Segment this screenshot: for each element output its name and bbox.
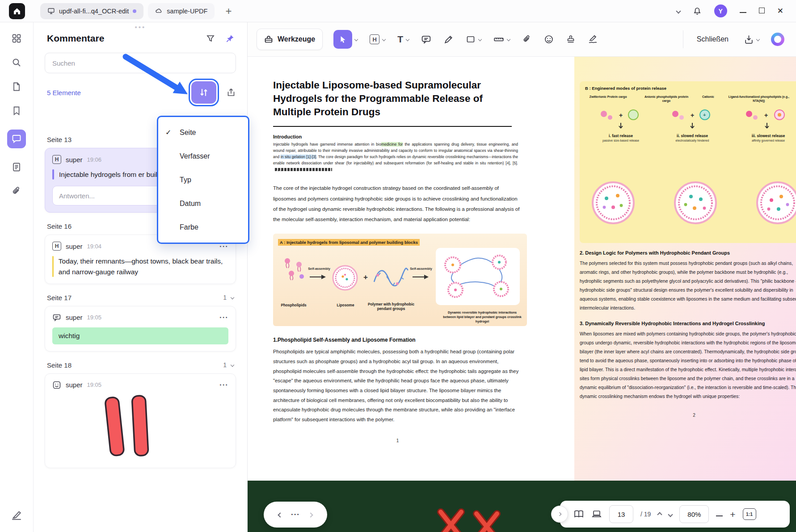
menu-item-sort-by-author[interactable]: Verfasser <box>158 144 248 168</box>
filter-funnel-icon <box>206 34 215 43</box>
panel-title: Kommentare <box>47 33 104 44</box>
close-icon: ✕ <box>777 7 783 15</box>
chevron-down-icon <box>382 38 386 41</box>
chevron-right-icon <box>558 512 561 516</box>
phospholipids-label: Phospholipids <box>277 303 311 307</box>
tab-document-2[interactable]: sample-UPDF <box>148 3 215 19</box>
minimize-icon <box>740 12 746 13</box>
zoom-in-button[interactable]: + <box>730 510 735 519</box>
menu-item-label: Farbe <box>180 223 198 231</box>
notifications-button[interactable] <box>693 7 702 16</box>
panel-drag-handle[interactable]: ••• <box>34 24 247 30</box>
titlebar: updf-all-fi...q4_OCR-edit sample-UPDF + … <box>0 0 796 22</box>
intro-paragraph: Injectable hydrogels have garnered immen… <box>273 142 518 173</box>
ai-assistant-icon[interactable] <box>771 33 784 46</box>
two-page-view-button[interactable] <box>573 509 584 519</box>
pin-panel-button[interactable] <box>226 34 235 43</box>
new-tab-button[interactable]: + <box>222 4 235 18</box>
paperclip-icon <box>522 34 532 44</box>
prev-page-button[interactable] <box>278 511 282 518</box>
measure-tool[interactable] <box>493 34 510 45</box>
menu-item-sort-by-color[interactable]: Farbe <box>158 215 248 239</box>
zoom-level-input[interactable] <box>679 505 709 523</box>
collapse-chevron-icon[interactable] <box>231 363 234 367</box>
close-window-button[interactable]: ✕ <box>777 7 783 15</box>
plus-sign: + <box>363 273 368 282</box>
menu-item-label: Datum <box>180 200 201 208</box>
sticker-type-icon <box>52 381 61 390</box>
sidebar-item-pages[interactable] <box>11 81 22 92</box>
sidebar-item-search[interactable] <box>11 57 22 68</box>
more-pages-button[interactable]: ··· <box>291 510 300 519</box>
main-area: Werkzeuge H T <box>248 22 796 532</box>
figure-b: B : Engineered modes of protein release … <box>580 81 796 243</box>
comment-menu-button[interactable]: ··· <box>219 314 228 321</box>
sticker-tool[interactable] <box>544 34 554 44</box>
section2-text: The polymers selected for this system mu… <box>580 259 796 313</box>
comment-note-highlight: wichtig <box>52 327 228 344</box>
liposome-illustration <box>751 176 796 230</box>
next-page-button[interactable] <box>309 511 312 518</box>
select-tool-chevron-icon[interactable] <box>354 38 358 41</box>
user-avatar[interactable]: Y <box>714 4 727 17</box>
attach-tool[interactable] <box>522 34 532 44</box>
text-tool[interactable]: T <box>397 34 409 45</box>
chevron-down-icon <box>756 38 760 41</box>
page-number-input[interactable] <box>609 505 633 523</box>
minimize-button[interactable] <box>740 8 746 14</box>
sidebar-item-ink-signature[interactable] <box>11 509 22 520</box>
sidebar-item-attachments[interactable] <box>11 186 22 197</box>
text-icon: T <box>397 34 403 45</box>
tab-document-1[interactable]: updf-all-fi...q4_OCR-edit <box>40 3 143 19</box>
actual-size-button[interactable]: 1:1 <box>743 508 756 520</box>
search-input[interactable] <box>45 53 236 73</box>
menu-item-label: Seite <box>180 129 196 137</box>
comment-time: 19:05 <box>87 314 102 321</box>
sort-button[interactable] <box>191 81 216 104</box>
pen-tool[interactable] <box>443 34 454 45</box>
presentation-mode-button[interactable] <box>591 509 602 519</box>
sidebar-item-notes[interactable] <box>11 162 22 172</box>
figure-b-col-header: Cationic <box>695 95 721 103</box>
comment-card[interactable]: super 19:05 ··· <box>45 373 236 468</box>
stamp-tool[interactable] <box>566 34 576 44</box>
comment-card[interactable]: super 19:05 ··· wichtig <box>45 306 236 352</box>
home-button[interactable] <box>9 3 25 19</box>
red-cross-stickers <box>435 508 507 532</box>
search-icon <box>11 57 22 68</box>
close-editor-button[interactable]: Schließen <box>683 30 729 48</box>
scroll-up-button[interactable] <box>658 511 661 518</box>
page-group-header[interactable]: Seite 18 1 <box>45 357 236 372</box>
maximize-button[interactable] <box>759 8 765 15</box>
menu-item-sort-by-date[interactable]: Datum <box>158 192 248 215</box>
chevron-down-icon <box>507 38 510 41</box>
titlebar-collapse-button[interactable] <box>677 8 680 14</box>
sidebar-item-bookmarks[interactable] <box>11 105 22 116</box>
green-highlight: medicine for <box>381 142 403 147</box>
menu-item-sort-by-page[interactable]: ✓ Seite <box>158 121 248 144</box>
blue-highlight: in situ gelation [1]-[3] <box>281 155 316 159</box>
comment-menu-button[interactable]: ··· <box>219 381 228 389</box>
page-group-header[interactable]: Seite 17 1 <box>45 289 236 304</box>
zoom-out-button[interactable] <box>716 511 723 518</box>
collapse-chevron-icon[interactable] <box>231 296 234 299</box>
menu-item-sort-by-type[interactable]: Typ <box>158 168 248 192</box>
signature-tool[interactable] <box>588 34 598 45</box>
filter-button[interactable] <box>206 34 215 43</box>
pen-icon <box>443 34 454 45</box>
select-tool-active[interactable] <box>333 30 352 49</box>
highlight-tool[interactable]: H <box>370 34 385 44</box>
expand-controls-button[interactable] <box>551 506 568 523</box>
group-page-label: Seite 18 <box>47 361 72 369</box>
comment-tool[interactable] <box>421 34 431 45</box>
shapes-tool[interactable] <box>466 34 481 44</box>
pdf-viewer[interactable]: Injectable Liposome-based Supramolecular… <box>248 57 796 532</box>
sidebar-item-home-grid[interactable] <box>11 33 22 44</box>
save-tool[interactable] <box>744 34 759 45</box>
scroll-down-button[interactable] <box>669 511 672 518</box>
checkmark-icon: ✓ <box>165 128 171 137</box>
export-comments-button[interactable] <box>226 88 236 97</box>
sidebar-item-comments[interactable] <box>7 130 26 148</box>
tools-button[interactable]: Werkzeuge <box>257 29 323 50</box>
release-mode-diagram: + + <box>665 106 719 132</box>
